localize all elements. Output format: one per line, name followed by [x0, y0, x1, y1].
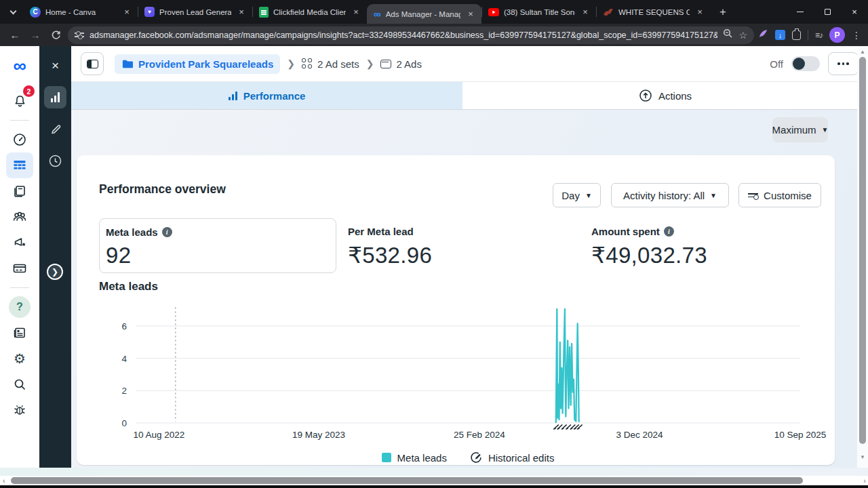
profile-avatar[interactable]: P [829, 27, 845, 43]
tab-close-icon[interactable]: × [465, 9, 476, 20]
reload-button[interactable] [47, 27, 64, 43]
more-options-button[interactable] [828, 52, 859, 75]
notification-badge: 2 [23, 85, 35, 97]
metric-amount-spent[interactable]: Amount spenti ₹49,032.73 [591, 218, 707, 276]
people-icon [11, 209, 28, 225]
scroll-left-arrow[interactable]: ‹ [3, 476, 5, 485]
tab-title: Clickfield Media Clients - G [273, 8, 346, 16]
scroll-up-arrow[interactable]: ▲ [857, 49, 868, 55]
vertical-scrollbar[interactable]: ▲ ▼ [857, 46, 868, 468]
legend-meta-leads[interactable]: Meta leads [382, 452, 447, 464]
breadcrumb-adsets[interactable]: 2 Ad sets [302, 58, 359, 70]
performance-chart-icon [229, 91, 237, 100]
info-icon[interactable]: i [162, 227, 172, 237]
metric-meta-leads[interactable]: Meta leadsi 92 [99, 218, 336, 273]
close-window-button[interactable]: × [841, 0, 868, 24]
breadcrumb-ads[interactable]: 2 Ads [380, 58, 422, 70]
address-bar[interactable]: adsmanager.facebook.com/adsmanager/manag… [68, 26, 754, 44]
info-icon[interactable]: i [664, 226, 674, 237]
vertical-scrollbar-thumb[interactable] [859, 57, 866, 444]
tab-performance-active[interactable]: Performance [71, 82, 462, 109]
tab-search-button[interactable] [4, 3, 22, 21]
svg-text:10 Sep 2025: 10 Sep 2025 [774, 430, 826, 440]
close-insights-button[interactable]: × [44, 54, 66, 77]
download-extension-icon[interactable]: ↓ [775, 30, 785, 40]
campaign-toggle[interactable] [791, 56, 820, 71]
pencil-icon [49, 123, 62, 136]
zoom-icon[interactable] [723, 28, 733, 41]
day-label: Day [561, 190, 580, 201]
tab-actions[interactable]: Actions [462, 82, 868, 109]
settings-button[interactable]: ⚙ [6, 346, 33, 371]
breadcrumb-campaign[interactable]: Provident Park Squareleads [115, 54, 280, 74]
window-controls: × [787, 0, 868, 24]
metric-label: Meta leads [106, 226, 158, 238]
expand-sidebar-button[interactable]: ❯ [47, 264, 63, 280]
ads-manager-button[interactable] [6, 230, 33, 256]
metric-per-meta-lead[interactable]: Per Meta lead ₹532.96 [348, 218, 432, 276]
edit-button[interactable] [44, 118, 66, 140]
tab-close-icon[interactable]: × [121, 7, 132, 18]
charts-button-selected[interactable] [44, 86, 66, 108]
extension-icons: ↓ ≡♪ P ⋮ [758, 27, 861, 43]
minimize-button[interactable] [787, 0, 814, 24]
chevron-down-icon [9, 8, 16, 15]
media-controls-icon[interactable]: ≡♪ [815, 30, 823, 40]
svg-text:25 Feb 2024: 25 Feb 2024 [454, 430, 505, 440]
bar-chart-icon [51, 92, 60, 102]
tab-performance-label: Performance [243, 90, 306, 102]
url-text[interactable]: adsmanager.facebook.com/adsmanager/manag… [90, 30, 717, 40]
notifications-button[interactable]: 2 [6, 88, 33, 114]
report-bug-button[interactable] [6, 397, 33, 423]
browser-tab-leadgen[interactable]: ♥ Proven Lead Generation St × [138, 0, 252, 24]
horizontal-scrollbar[interactable]: ‹ › [0, 476, 868, 485]
meta-leads-chart: 024610 Aug 202219 May 202325 Feb 20243 D… [77, 301, 826, 465]
browser-menu-icon[interactable]: ⋮ [852, 30, 861, 41]
scroll-right-arrow[interactable]: › [863, 476, 866, 485]
account-overview-button[interactable] [6, 127, 33, 152]
maximum-dropdown[interactable]: Maximum ▼ [772, 117, 828, 142]
bookmark-star-icon[interactable]: ☆ [738, 30, 747, 41]
browser-tab-sheets[interactable]: Clickfield Media Clients - G × [252, 0, 367, 24]
back-button[interactable]: ← [7, 27, 23, 43]
billing-button[interactable] [6, 256, 33, 281]
campaigns-button-selected[interactable] [6, 152, 33, 178]
feather-extension-icon[interactable] [758, 28, 768, 41]
tab-close-icon[interactable]: × [236, 7, 247, 18]
toggle-knob [793, 58, 805, 70]
history-button[interactable] [44, 150, 66, 172]
legend-historical-edits[interactable]: Historical edits [470, 451, 555, 464]
meta-logo[interactable]: ∞ [6, 53, 33, 79]
tab-close-icon[interactable]: × [351, 7, 361, 18]
maximize-button[interactable] [814, 0, 841, 24]
search-button[interactable] [6, 371, 33, 397]
browser-tab-youtube[interactable]: (38) Sultan Title Song | Sal × [481, 0, 596, 24]
audiences-button[interactable] [6, 204, 33, 230]
ads-reporting-button[interactable] [6, 178, 33, 204]
horizontal-scrollbar-thumb[interactable] [11, 477, 803, 484]
chart-legend: Meta leads Historical edits [136, 451, 800, 464]
customise-button[interactable]: Customise [738, 183, 821, 207]
new-tab-button[interactable]: + [715, 4, 731, 20]
site-settings-icon[interactable] [75, 33, 84, 37]
browser-tab-ads-manager-active[interactable]: ∞ Ads Manager - Manage ad × [367, 4, 481, 24]
legend-historical-edits-label: Historical edits [488, 452, 555, 464]
youtube-favicon [488, 8, 499, 16]
collapse-panel-button[interactable] [81, 52, 104, 75]
tab-close-icon[interactable]: × [694, 7, 705, 18]
news-button[interactable] [6, 320, 33, 346]
browser-tab-sequens[interactable]: WHITE SEQUENS CUTDAN × [596, 0, 711, 24]
scroll-down-arrow[interactable]: ▼ [857, 454, 868, 460]
activity-history-dropdown[interactable]: Activity history: All ▼ [611, 183, 729, 207]
clipboard-extension-icon[interactable] [792, 30, 801, 40]
ad-frame-icon [380, 60, 391, 68]
app-sidebar: ∞ 2 ? ⚙ [0, 46, 39, 468]
day-dropdown[interactable]: Day ▼ [553, 183, 601, 207]
legend-meta-leads-label: Meta leads [397, 452, 447, 464]
forward-button[interactable]: → [27, 27, 43, 43]
tab-close-icon[interactable]: × [580, 7, 591, 18]
svg-text:0: 0 [121, 418, 127, 428]
table-icon [12, 157, 28, 174]
browser-tab-canva[interactable]: C Home - Canva × [23, 0, 138, 24]
help-button[interactable]: ? [6, 294, 33, 320]
